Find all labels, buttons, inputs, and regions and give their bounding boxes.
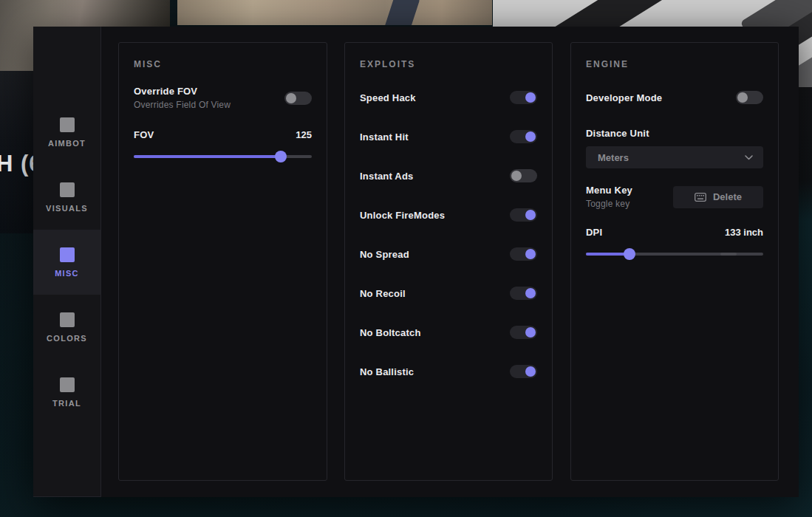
dpi-label: DPI: [586, 227, 602, 238]
no-ballistic-label: No Ballistic: [360, 366, 414, 377]
misc-icon: [60, 247, 75, 262]
sidebar-item-label: COLORS: [47, 334, 87, 343]
toggle-knob: [525, 92, 536, 103]
visuals-icon: [60, 182, 75, 197]
exploit-row: No Ballistic: [360, 360, 537, 383]
dpi-header-row: DPI 133 inch: [586, 227, 763, 238]
toggle-knob: [525, 327, 536, 338]
exploit-row: Unlock FireModes: [360, 204, 537, 226]
sidebar: AIMBOT VISUALS MISC COLORS TRIAL: [33, 27, 101, 497]
toggle-knob: [525, 288, 536, 298]
no-spread-toggle[interactable]: [510, 247, 537, 261]
panel-title: ENGINE: [586, 59, 763, 69]
instant-hit-label: Instant Hit: [360, 131, 409, 143]
aimbot-icon: [60, 117, 75, 132]
sidebar-item-colors[interactable]: COLORS: [33, 295, 100, 360]
toggle-knob: [525, 366, 536, 377]
exploit-row: Speed Hack: [360, 86, 537, 109]
distance-unit-value: Meters: [598, 152, 629, 163]
sidebar-item-misc[interactable]: MISC: [33, 230, 100, 295]
sidebar-item-label: MISC: [55, 269, 79, 278]
override-fov-row: Override FOV Overrides Field Of View: [134, 86, 312, 110]
dpi-slider[interactable]: [586, 248, 763, 260]
fov-slider[interactable]: [134, 151, 312, 162]
sidebar-item-visuals[interactable]: VISUALS: [33, 165, 100, 230]
override-fov-text: Override FOV Overrides Field Of View: [134, 86, 231, 110]
instant-ads-toggle[interactable]: [510, 169, 537, 182]
dpi-slider-thumb[interactable]: [624, 248, 635, 260]
distance-unit-label: Distance Unit: [586, 128, 763, 139]
fov-header-row: FOV 125: [134, 129, 312, 140]
exploit-row: Instant Ads: [360, 165, 537, 187]
no-ballistic-toggle[interactable]: [510, 365, 537, 378]
toggle-knob: [525, 249, 536, 259]
override-fov-description: Overrides Field Of View: [134, 100, 231, 110]
exploits-panel: EXPLOITS Speed Hack Instant Hit Instant …: [344, 42, 553, 481]
fov-slider-thumb[interactable]: [275, 151, 287, 162]
developer-mode-toggle[interactable]: [736, 91, 763, 104]
developer-mode-label: Developer Mode: [586, 92, 662, 103]
menu-key-description: Toggle key: [586, 199, 632, 209]
menu-key-row: Menu Key Toggle key Delete: [586, 185, 763, 209]
sidebar-item-label: AIMBOT: [48, 139, 86, 148]
exploit-row: No Boltcatch: [360, 321, 537, 343]
trial-icon: [60, 377, 75, 392]
menu-key-text: Menu Key Toggle key: [586, 185, 632, 209]
toggle-knob: [511, 171, 522, 181]
misc-panel: MISC Override FOV Overrides Field Of Vie…: [118, 42, 327, 481]
menu-key-label: Menu Key: [586, 185, 632, 196]
sidebar-item-label: TRIAL: [52, 399, 81, 408]
sidebar-item-aimbot[interactable]: AIMBOT: [33, 100, 100, 165]
override-fov-toggle[interactable]: [284, 92, 312, 105]
distance-unit-select[interactable]: Meters: [586, 146, 763, 168]
no-recoil-label: No Recoil: [360, 288, 406, 299]
chevron-down-icon: [745, 155, 753, 160]
keyboard-icon: [695, 193, 706, 202]
panel-title: MISC: [134, 59, 312, 69]
toggle-knob: [525, 210, 536, 220]
no-spread-label: No Spread: [360, 249, 409, 260]
slider-fill: [134, 155, 281, 158]
unlock-firemodes-toggle[interactable]: [510, 208, 537, 222]
exploit-row: No Spread: [360, 243, 537, 265]
menu-key-bind-button[interactable]: Delete: [673, 186, 763, 208]
sidebar-item-label: VISUALS: [46, 204, 88, 213]
toggle-knob: [525, 131, 536, 142]
no-recoil-toggle[interactable]: [510, 287, 537, 300]
developer-mode-row: Developer Mode: [586, 86, 763, 109]
no-boltcatch-toggle[interactable]: [510, 326, 537, 339]
dpi-value: 133 inch: [725, 227, 763, 238]
sidebar-item-trial[interactable]: TRIAL: [33, 360, 100, 425]
exploit-row: No Recoil: [360, 282, 537, 304]
speed-hack-label: Speed Hack: [360, 92, 416, 103]
instant-hit-toggle[interactable]: [510, 130, 537, 143]
toggle-knob: [286, 93, 296, 103]
cheat-menu-window: AIMBOT VISUALS MISC COLORS TRIAL MISC Ov…: [33, 27, 799, 497]
toggle-knob: [737, 92, 748, 103]
exploit-row: Instant Hit: [360, 126, 537, 148]
instant-ads-label: Instant Ads: [360, 171, 414, 182]
engine-panel: ENGINE Developer Mode Distance Unit Mete…: [570, 42, 779, 481]
fov-value: 125: [296, 129, 312, 140]
no-boltcatch-label: No Boltcatch: [360, 327, 421, 338]
fov-label: FOV: [134, 129, 154, 140]
colors-icon: [60, 312, 75, 327]
dpi-slider-default-tick: [720, 253, 737, 256]
speed-hack-toggle[interactable]: [510, 91, 537, 104]
unlock-firemodes-label: Unlock FireModes: [360, 210, 445, 221]
override-fov-label: Override FOV: [134, 86, 231, 97]
menu-key-button-label: Delete: [713, 191, 742, 202]
panel-title: EXPLOITS: [360, 59, 537, 69]
